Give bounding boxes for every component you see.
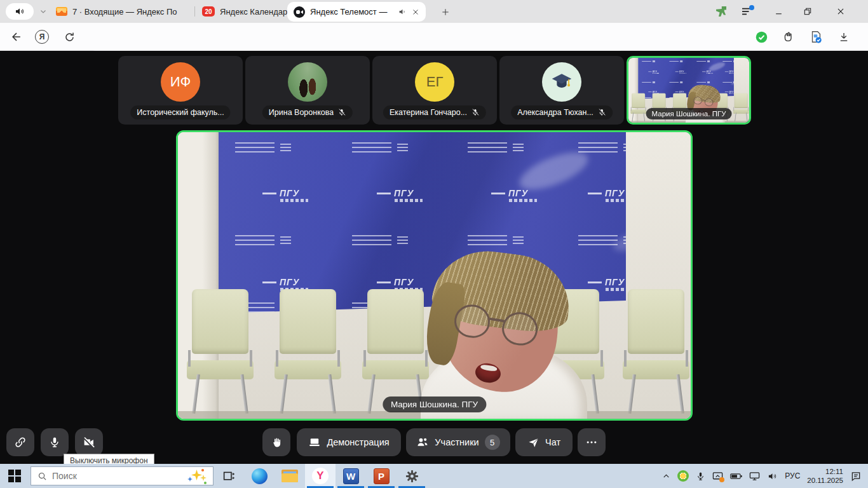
tray-chevron-icon[interactable] [662,472,670,480]
close-window-button[interactable] [832,4,849,19]
tray-mic-icon[interactable] [696,471,705,481]
main-video-name-label: Мария Шошкина. ПГУ [383,396,486,412]
taskbar-edge[interactable] [244,464,275,488]
search-highlights-icon [187,468,207,484]
downloads-icon[interactable] [836,29,851,44]
close-tab-icon[interactable] [412,8,419,16]
chair [187,289,254,414]
tab-mail[interactable]: 7 · Входящие — Яндекс По [56,0,193,23]
speaker-person [414,257,599,419]
participant-name: Мария Шошкина. ПГУ [652,110,726,118]
notification-center-icon[interactable] [850,471,862,482]
yandex-home-button[interactable]: Я [34,29,50,44]
taskbar-search[interactable] [31,466,214,485]
new-tab-button[interactable] [438,5,452,19]
battery-icon[interactable] [730,472,742,480]
browser-menu-button[interactable] [738,4,755,19]
word-icon: W [343,468,359,484]
start-button[interactable] [0,464,29,488]
taskbar-settings[interactable] [397,464,427,488]
microphone-button[interactable] [41,428,69,456]
powerpoint-icon: P [374,468,390,484]
edge-icon [252,468,268,484]
extension-icon[interactable] [780,29,796,44]
share-screen-button[interactable]: Демонстрация [297,428,401,456]
taskbar-word[interactable]: W [336,464,366,488]
network-icon[interactable] [749,471,760,481]
menu-notification-dot [749,5,754,10]
participant-name: Александра Тюхан... [517,108,593,117]
participants-button[interactable]: Участники 5 [406,428,510,456]
gear-icon [405,469,419,484]
chat-button[interactable]: Чат [515,428,573,456]
participant-tile[interactable]: Александра Тюхан... [499,56,624,125]
participant-name: Ирина Воронкова [269,108,334,117]
speaker-icon [15,6,25,17]
avatar-graduation-cap-icon [542,62,581,102]
tab-separator [194,6,195,17]
paper-plane-icon [527,437,539,449]
self-video-tile[interactable]: ПГУПГУПГУПГУПГУПГУПГУПГУ Мария Шошкина. … [627,56,751,125]
search-icon [37,471,47,481]
search-input[interactable] [52,471,182,481]
taskbar-powerpoint[interactable]: P [366,464,397,488]
chair [630,93,646,121]
tab-title: Яндекс Телемост — [310,7,393,17]
minimize-button[interactable] [770,4,787,19]
copy-link-button[interactable] [6,428,34,456]
laptop-icon [308,436,321,449]
clock[interactable]: 12:11 20.11.2025 [807,467,843,485]
time: 12:11 [807,467,843,476]
chevron-down-icon[interactable] [37,6,50,17]
participants-label: Участники [435,437,478,447]
back-button[interactable] [9,29,24,44]
tab-calendar[interactable]: 20 Яндекс Календарь [202,0,297,23]
chat-label: Чат [545,437,560,447]
mic-muted-icon [597,108,606,117]
avatar-horses-photo [288,62,327,102]
participant-tile[interactable]: ИФ Исторический факуль... [118,56,243,125]
more-button[interactable] [578,428,606,456]
participant-tile[interactable]: ЕГ Екатерина Гончаро... [372,56,497,125]
restore-button[interactable] [799,4,816,19]
chair [733,93,749,121]
taskbar-explorer[interactable] [275,464,305,488]
language-indicator[interactable]: РУС [785,471,800,480]
windows-taskbar: Y W P РУС 12:11 20.11.2025 [0,464,868,488]
date: 20.11.2025 [807,476,843,485]
system-tray: РУС 12:11 20.11.2025 [662,467,868,485]
participant-name: Екатерина Гончаро... [390,108,467,117]
main-video[interactable]: ПГУПГУПГУПГУПГУПГУПГУПГУ Мария Шошкина. … [176,130,693,421]
volume-icon[interactable] [767,471,778,481]
participants-count-badge: 5 [485,435,500,450]
participant-name: Исторический факуль... [137,108,224,117]
mail-icon [56,7,67,16]
mic-muted-icon [337,108,346,117]
windows-icon [8,470,21,482]
tab-telemost-active[interactable]: Яндекс Телемост — [287,2,426,22]
mic-muted-icon [471,108,480,117]
raise-hand-button[interactable] [262,428,290,456]
share-screen-label: Демонстрация [327,437,389,447]
notification-dot [719,477,724,482]
tab-speaker-icon[interactable] [398,8,407,16]
participant-tile[interactable]: Ирина Воронкова [245,56,370,125]
tab-title: Яндекс Календарь [220,7,292,17]
avatar: ИФ [161,62,200,102]
refresh-button[interactable] [62,29,77,44]
tab-title: 7 · Входящие — Яндекс По [72,7,177,17]
task-view-button[interactable] [214,464,244,488]
folder-icon [281,470,298,482]
protect-check-icon[interactable] [754,29,769,44]
chair [623,289,689,414]
browser-toolbar: Я telemost.yandex.ru Яндекс Телемост — б… [0,23,868,51]
taskbar-yandex-browser[interactable]: Y [305,464,336,488]
page-translate-icon[interactable] [808,29,824,44]
tab-audio-button[interactable] [6,3,34,20]
camera-off-button[interactable] [75,428,103,456]
calendar-badge: 20 [202,6,215,17]
dino-extension-icon[interactable] [713,4,729,19]
browser-tab-strip: 7 · Входящие — Яндекс По 20 Яндекс Кален… [0,0,868,23]
antivirus-icon[interactable] [677,470,689,482]
cast-display-icon[interactable] [712,471,723,481]
